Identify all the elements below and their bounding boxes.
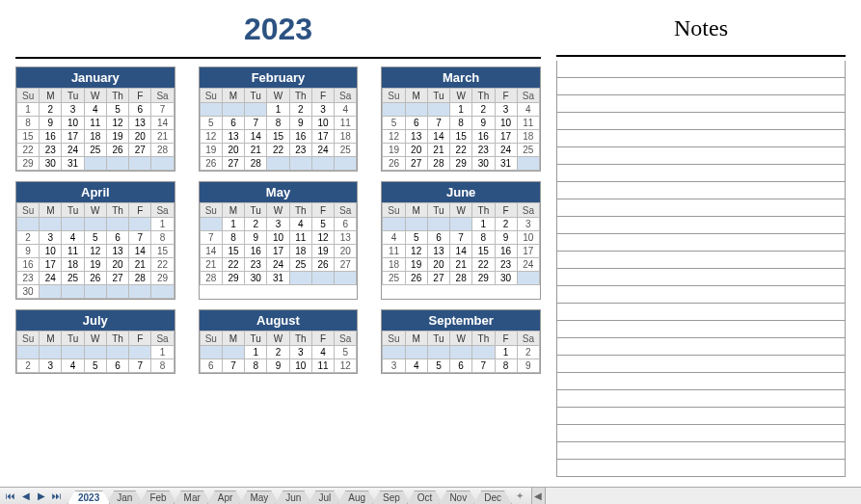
weekday-header: W xyxy=(84,332,106,346)
day-cell: 2 xyxy=(289,103,311,117)
day-cell xyxy=(311,157,334,171)
notes-area: Notes xyxy=(556,8,846,477)
weekday-header: Su xyxy=(383,203,405,218)
day-cell: 7 xyxy=(222,359,244,373)
day-cell: 8 xyxy=(17,117,40,130)
tabs-container: 2023JanFebMarAprMayJunJulAugSepOctNovDec xyxy=(67,488,508,504)
note-line[interactable] xyxy=(557,165,845,182)
note-line[interactable] xyxy=(557,113,845,130)
day-cell: 8 xyxy=(267,117,289,130)
note-line[interactable] xyxy=(557,234,845,252)
horizontal-scrollbar[interactable]: ◀ xyxy=(531,488,861,504)
sheet-tab-dec[interactable]: Dec xyxy=(473,491,512,504)
sheet-tab-sep[interactable]: Sep xyxy=(372,491,411,504)
tab-prev-icon[interactable]: ◀ xyxy=(19,490,33,503)
day-cell: 13 xyxy=(427,245,449,258)
note-line[interactable] xyxy=(557,269,845,286)
note-line[interactable] xyxy=(557,147,845,165)
tab-next-icon[interactable]: ▶ xyxy=(35,490,48,503)
sheet-tab-feb[interactable]: Feb xyxy=(139,491,176,504)
note-line[interactable] xyxy=(557,78,845,95)
day-cell: 4 xyxy=(335,103,357,117)
note-line[interactable] xyxy=(557,460,845,477)
day-cell xyxy=(151,285,174,299)
note-line[interactable] xyxy=(557,356,845,373)
weekday-header: Sa xyxy=(335,203,357,218)
tab-nav-buttons: ⏮ ◀ ▶ ⏭ xyxy=(0,490,67,503)
weekday-header: F xyxy=(495,89,517,103)
note-line[interactable] xyxy=(557,286,845,304)
note-line[interactable] xyxy=(557,425,845,442)
sheet-tab-aug[interactable]: Aug xyxy=(337,491,376,504)
note-line[interactable] xyxy=(557,182,845,199)
day-cell: 25 xyxy=(84,144,106,157)
sheet-tab-jan[interactable]: Jan xyxy=(106,491,143,504)
weekday-header: Th xyxy=(289,203,311,218)
day-cell: 11 xyxy=(62,245,84,258)
note-line[interactable] xyxy=(557,304,845,321)
note-line[interactable] xyxy=(557,408,845,425)
weekday-header: F xyxy=(495,332,517,346)
day-cell: 19 xyxy=(405,258,427,272)
day-cell: 12 xyxy=(106,117,128,130)
day-cell: 6 xyxy=(129,103,151,117)
day-cell: 20 xyxy=(129,130,151,144)
day-cell: 7 xyxy=(245,117,267,130)
weekday-header: M xyxy=(405,203,427,218)
sheet-tab-mar[interactable]: Mar xyxy=(174,491,211,504)
notes-title: Notes xyxy=(556,8,846,57)
day-cell: 9 xyxy=(472,117,495,130)
day-cell: 28 xyxy=(129,272,151,285)
day-cell xyxy=(200,103,222,117)
weekday-header: Su xyxy=(17,203,40,218)
day-cell: 8 xyxy=(222,231,244,245)
weekday-header: Sa xyxy=(151,203,174,218)
weekday-header: Tu xyxy=(62,203,84,218)
note-line[interactable] xyxy=(557,130,845,147)
day-cell: 12 xyxy=(383,130,405,144)
note-line[interactable] xyxy=(557,252,845,269)
sheet-tab-jul[interactable]: Jul xyxy=(308,491,341,504)
day-cell: 9 xyxy=(517,359,539,373)
sheet-tab-nov[interactable]: Nov xyxy=(439,491,477,504)
day-cell xyxy=(106,346,128,359)
day-cell xyxy=(40,218,62,231)
day-cell: 3 xyxy=(40,359,62,373)
note-line[interactable] xyxy=(557,442,845,460)
day-cell: 6 xyxy=(450,359,472,373)
day-cell: 6 xyxy=(222,117,244,130)
month-september: SeptemberSuMTuWThFSa123456789 xyxy=(381,309,541,374)
day-cell: 13 xyxy=(222,130,244,144)
day-cell: 3 xyxy=(267,218,289,231)
sheet-tab-may[interactable]: May xyxy=(239,491,279,504)
note-line[interactable] xyxy=(557,338,845,356)
sheet-tab-jun[interactable]: Jun xyxy=(275,491,311,504)
sheet-tab-2023[interactable]: 2023 xyxy=(67,491,110,504)
day-cell: 1 xyxy=(151,218,174,231)
sheet-tab-oct[interactable]: Oct xyxy=(407,491,444,504)
note-line[interactable] xyxy=(557,373,845,390)
tab-last-icon[interactable]: ⏭ xyxy=(50,490,64,503)
sheet-tab-apr[interactable]: Apr xyxy=(207,491,244,504)
day-cell xyxy=(200,346,222,359)
day-cell xyxy=(427,218,449,231)
day-cell: 31 xyxy=(267,272,289,285)
day-cell: 4 xyxy=(383,231,405,245)
note-line[interactable] xyxy=(557,390,845,408)
day-cell: 3 xyxy=(311,103,334,117)
new-sheet-icon[interactable]: ✦ xyxy=(512,490,527,503)
scroll-left-icon[interactable]: ◀ xyxy=(532,488,546,504)
note-line[interactable] xyxy=(557,217,845,234)
note-line[interactable] xyxy=(557,199,845,217)
weekday-header: F xyxy=(311,89,334,103)
day-cell xyxy=(472,346,495,359)
day-cell: 4 xyxy=(517,103,539,117)
day-cell: 9 xyxy=(40,117,62,130)
weekday-header: Su xyxy=(383,89,405,103)
note-line[interactable] xyxy=(557,321,845,338)
day-cell: 9 xyxy=(267,359,289,373)
note-line[interactable] xyxy=(557,61,845,78)
day-cell xyxy=(383,103,405,117)
tab-first-icon[interactable]: ⏮ xyxy=(4,490,17,503)
note-line[interactable] xyxy=(557,95,845,113)
